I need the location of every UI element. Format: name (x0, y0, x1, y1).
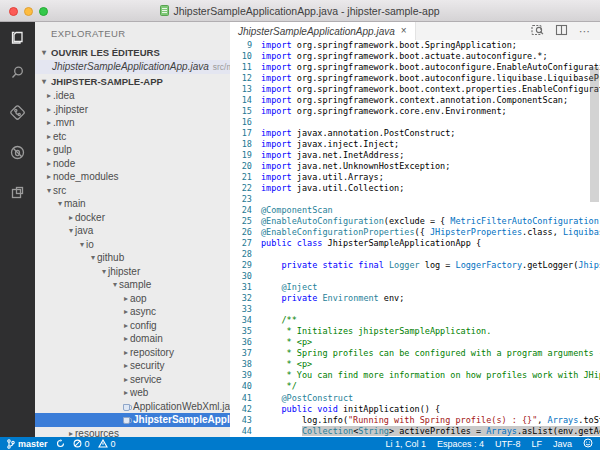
code-line-29[interactable]: 29 private static final Logger log = Log… (230, 260, 600, 271)
debug-icon[interactable] (0, 132, 35, 172)
tree-item-.idea[interactable]: ▸.idea (35, 89, 230, 103)
tree-item-.mvn[interactable]: ▸.mvn (35, 116, 230, 130)
tree-item-src[interactable]: ▾src (35, 184, 230, 198)
zoom-window-button[interactable] (39, 7, 48, 16)
code-line-31[interactable]: 31 @Inject (230, 282, 600, 293)
tree-item-ApplicationWebXml.java[interactable]: ApplicationWebXml.java (35, 400, 230, 414)
java-file-icon (122, 402, 132, 411)
tree-item-io[interactable]: ▾io (35, 238, 230, 252)
activity-bar (0, 22, 35, 437)
code-line-35[interactable]: 35 * Initializes jhipsterSampleApplicati… (230, 326, 600, 337)
tree-item-.jhipster[interactable]: ▸.jhipster (35, 103, 230, 117)
code-line-14[interactable]: 14import org.springframework.context.ann… (230, 95, 600, 106)
cursor-position[interactable]: Li 1, Col 1 (385, 439, 426, 449)
tree-item-async[interactable]: ▸async (35, 305, 230, 319)
search-icon[interactable] (0, 52, 35, 92)
eol-setting[interactable]: LF (531, 439, 542, 449)
code-line-21[interactable]: 21import java.util.Arrays; (230, 172, 600, 183)
code-line-24[interactable]: 24@ComponentScan (230, 205, 600, 216)
tree-item-resources[interactable]: ▸resources (35, 427, 230, 438)
code-line-18[interactable]: 18import javax.inject.Inject; (230, 139, 600, 150)
tree-item-JhipsterSampleApplicationApp.java[interactable]: JhipsterSampleApplicationApp.java (35, 413, 230, 427)
warnings-indicator[interactable]: 0 (98, 439, 116, 449)
code-line-33[interactable]: 33 (230, 304, 600, 315)
line-content: */ (252, 381, 297, 392)
tree-item-security[interactable]: ▸security (35, 359, 230, 373)
code-line-10[interactable]: 10import org.springframework.boot.actuat… (230, 51, 600, 62)
code-line-12[interactable]: 12import org.springframework.boot.autoco… (230, 73, 600, 84)
code-line-17[interactable]: 17import javax.annotation.PostConstruct; (230, 128, 600, 139)
source-control-icon[interactable] (0, 92, 35, 132)
code-line-9[interactable]: 9import org.springframework.boot.SpringA… (230, 40, 600, 51)
chevron-collapsed-icon: ▸ (45, 132, 53, 141)
open-preview-icon[interactable] (531, 22, 544, 40)
code-line-13[interactable]: 13import org.springframework.boot.contex… (230, 84, 600, 95)
sync-button[interactable] (56, 439, 65, 448)
tree-item-java[interactable]: ▾java (35, 224, 230, 238)
tree-item-aop[interactable]: ▸aop (35, 292, 230, 306)
tree-item-sample[interactable]: ▾sample (35, 278, 230, 292)
project-section-header[interactable]: ▾ JHIPSTER-SAMPLE-APP (35, 74, 230, 89)
tab-jhipstersampleapplicationapp[interactable]: JhipsterSampleApplicationApp.java × (230, 22, 416, 40)
code-line-40[interactable]: 40 */ (230, 381, 600, 392)
line-content (252, 249, 261, 260)
code-line-38[interactable]: 38 * <p> (230, 359, 600, 370)
tree-item-web[interactable]: ▸web (35, 386, 230, 400)
tree-item-config[interactable]: ▸config (35, 319, 230, 333)
minimize-window-button[interactable] (24, 7, 33, 16)
feedback-smiley-icon[interactable] (583, 438, 593, 450)
tree-item-label: .idea (53, 90, 75, 101)
language-mode[interactable]: Java (553, 439, 572, 449)
code-line-41[interactable]: 41 @PostConstruct (230, 393, 600, 404)
code-line-32[interactable]: 32 private Environment env; (230, 293, 600, 304)
tab-close-icon[interactable]: × (401, 26, 407, 36)
editor-scrollbar[interactable] (590, 67, 599, 202)
line-content: import org.springframework.boot.autoconf… (252, 62, 600, 73)
code-line-36[interactable]: 36 * <p> (230, 337, 600, 348)
code-line-25[interactable]: 25@EnableAutoConfiguration(exclude = { M… (230, 216, 600, 227)
tree-item-domain[interactable]: ▸domain (35, 332, 230, 346)
open-editor-item[interactable]: JhipsterSampleApplicationApp.java src/m.… (35, 60, 230, 74)
code-line-34[interactable]: 34 /** (230, 315, 600, 326)
code-line-44[interactable]: 44 Collection<String> activeProfiles = A… (230, 426, 600, 437)
code-line-15[interactable]: 15import org.springframework.core.env.En… (230, 106, 600, 117)
errors-indicator[interactable]: 0 (73, 439, 90, 449)
extensions-icon[interactable] (0, 172, 35, 212)
code-editor[interactable]: 9import org.springframework.boot.SpringA… (230, 40, 600, 437)
code-line-28[interactable]: 28 (230, 249, 600, 260)
code-line-30[interactable]: 30 (230, 271, 600, 282)
tree-item-service[interactable]: ▸service (35, 373, 230, 387)
code-line-22[interactable]: 22import java.util.Collection; (230, 183, 600, 194)
code-line-20[interactable]: 20import java.net.UnknownHostException; (230, 161, 600, 172)
tree-item-docker[interactable]: ▸docker (35, 211, 230, 225)
code-line-42[interactable]: 42 public void initApplication() { (230, 404, 600, 415)
tree-item-jhipster[interactable]: ▾jhipster (35, 265, 230, 279)
tree-item-node_modules[interactable]: ▸node_modules (35, 170, 230, 184)
more-actions-icon[interactable]: ⋯ (579, 27, 591, 35)
line-number: 41 (230, 393, 252, 404)
open-editors-header[interactable]: ▾ OUVRIR LES ÉDITEURS (35, 45, 230, 60)
code-line-27[interactable]: 27public class JhipsterSampleApplication… (230, 238, 600, 249)
code-line-11[interactable]: 11import org.springframework.boot.autoco… (230, 62, 600, 73)
line-content: public class JhipsterSampleApplicationAp… (252, 238, 481, 249)
tree-item-node[interactable]: ▸node (35, 157, 230, 171)
tree-item-gulp[interactable]: ▸gulp (35, 143, 230, 157)
code-line-37[interactable]: 37 * Spring profiles can be configured w… (230, 348, 600, 359)
tree-item-main[interactable]: ▾main (35, 197, 230, 211)
code-line-26[interactable]: 26@EnableConfigurationProperties({ JHips… (230, 227, 600, 238)
code-line-23[interactable]: 23 (230, 194, 600, 205)
code-line-19[interactable]: 19import java.net.InetAddress; (230, 150, 600, 161)
tree-item-etc[interactable]: ▸etc (35, 130, 230, 144)
traffic-lights (9, 7, 48, 16)
tree-item-repository[interactable]: ▸repository (35, 346, 230, 360)
indentation-setting[interactable]: Espaces : 4 (437, 439, 484, 449)
encoding-setting[interactable]: UTF-8 (495, 439, 521, 449)
close-window-button[interactable] (9, 7, 18, 16)
explorer-icon[interactable] (0, 22, 35, 52)
code-line-16[interactable]: 16 (230, 117, 600, 128)
tree-item-github[interactable]: ▾github (35, 251, 230, 265)
git-branch-indicator[interactable]: master (7, 439, 48, 449)
code-line-39[interactable]: 39 * You can find more information on ho… (230, 370, 600, 381)
code-line-43[interactable]: 43 log.info("Running with Spring profile… (230, 415, 600, 426)
split-editor-icon[interactable] (555, 22, 568, 40)
